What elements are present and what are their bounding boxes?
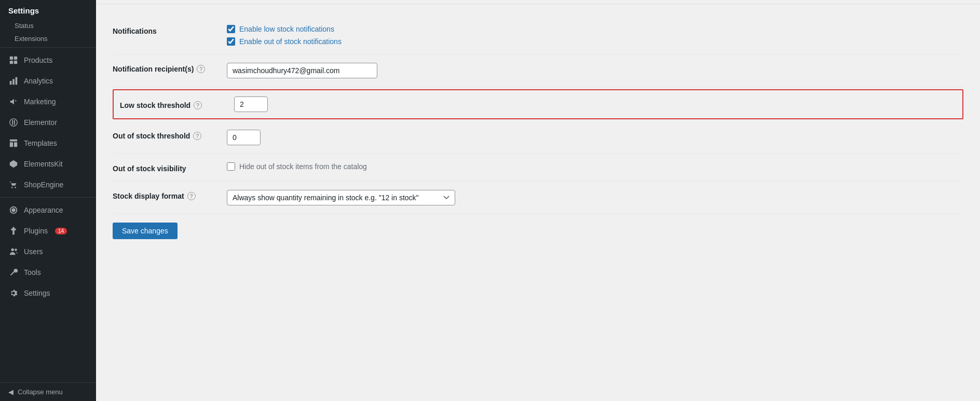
svg-rect-6: [16, 77, 18, 85]
svg-rect-3: [14, 61, 17, 64]
sidebar-item-marketing[interactable]: Marketing: [0, 91, 96, 112]
out-of-stock-visibility-label: Out of stock visibility: [113, 162, 227, 173]
sidebar-item-tools[interactable]: Tools: [0, 262, 96, 283]
out-of-stock-visibility-control: Hide out of stock items from the catalog: [227, 162, 963, 171]
plugins-icon: [8, 226, 19, 236]
sidebar-label-shopengine: ShopEngine: [24, 181, 63, 189]
svg-marker-13: [10, 160, 17, 168]
notifications-label: Notifications: [113, 25, 227, 35]
sidebar-label-templates: Templates: [24, 139, 57, 147]
sidebar-label-tools: Tools: [24, 268, 41, 276]
recipient-control: [227, 63, 963, 78]
out-of-stock-threshold-input[interactable]: [227, 130, 261, 145]
recipient-input[interactable]: [227, 63, 377, 78]
out-of-stock-visibility-row: Out of stock visibility Hide out of stoc…: [113, 154, 963, 182]
notifications-row: Notifications Enable low stock notificat…: [113, 17, 963, 54]
out-of-stock-threshold-label: Out of stock threshold ?: [113, 130, 227, 140]
svg-rect-2: [10, 61, 13, 64]
low-stock-threshold-row: Low stock threshold ?: [120, 96, 956, 112]
svg-rect-10: [10, 140, 17, 142]
sidebar-divider-2: [0, 197, 96, 198]
svg-rect-9: [14, 120, 15, 125]
out-of-stock-threshold-help-icon[interactable]: ?: [193, 132, 201, 140]
recipient-row: Notification recipient(s) ?: [113, 54, 963, 87]
sidebar-item-plugins[interactable]: Plugins 14: [0, 220, 96, 241]
svg-rect-0: [10, 57, 13, 60]
low-stock-threshold-label: Low stock threshold ?: [120, 99, 234, 109]
shopengine-icon: [8, 179, 19, 190]
sidebar-label-elementskit: ElementsKit: [24, 160, 63, 168]
stock-display-format-label: Stock display format ?: [113, 190, 227, 200]
svg-point-14: [11, 187, 13, 188]
sidebar-label-products: Products: [24, 56, 52, 64]
sidebar-divider: [0, 47, 96, 48]
stock-display-format-row: Stock display format ? Always show quant…: [113, 182, 963, 214]
sidebar-item-templates[interactable]: Templates: [0, 133, 96, 154]
sidebar-label-settings: Settings: [24, 289, 50, 297]
settings-content: Notifications Enable low stock notificat…: [96, 4, 980, 401]
low-stock-notifications-label: Enable low stock notifications: [239, 25, 334, 33]
sidebar-item-elementor[interactable]: Elementor: [0, 112, 96, 133]
sidebar-item-status[interactable]: Status: [0, 19, 96, 32]
low-stock-threshold-control: [234, 96, 956, 112]
low-stock-notifications-checkbox-label[interactable]: Enable low stock notifications: [227, 25, 963, 33]
plugins-badge: 14: [55, 228, 67, 234]
elementskit-icon: [8, 159, 19, 169]
low-stock-notifications-checkbox[interactable]: [227, 25, 235, 33]
save-button[interactable]: Save changes: [113, 223, 178, 239]
out-of-stock-visibility-checkbox-label[interactable]: Hide out of stock items from the catalog: [227, 162, 963, 171]
low-stock-threshold-highlighted: Low stock threshold ?: [113, 89, 963, 119]
low-stock-threshold-help-icon[interactable]: ?: [194, 101, 202, 109]
save-row: Save changes: [113, 214, 963, 239]
sidebar-item-extensions[interactable]: Extensions: [0, 32, 96, 45]
sidebar-label-analytics: Analytics: [24, 77, 53, 85]
sidebar-label-appearance: Appearance: [24, 206, 63, 214]
sidebar-label-plugins: Plugins: [24, 227, 48, 235]
sidebar-item-users[interactable]: Users: [0, 241, 96, 262]
main-content: Notifications Enable low stock notificat…: [96, 0, 980, 401]
svg-point-15: [15, 187, 16, 188]
sidebar-item-appearance[interactable]: Appearance: [0, 200, 96, 220]
svg-point-16: [11, 248, 14, 251]
svg-rect-12: [14, 142, 17, 147]
megaphone-icon: [8, 96, 19, 107]
out-of-stock-notifications-checkbox[interactable]: [227, 37, 235, 46]
svg-rect-4: [10, 81, 12, 85]
users-icon: [8, 246, 19, 257]
sidebar-item-analytics[interactable]: Analytics: [0, 71, 96, 91]
chart-icon: [8, 76, 19, 86]
low-stock-threshold-input[interactable]: [234, 96, 268, 112]
notifications-control: Enable low stock notifications Enable ou…: [227, 25, 963, 46]
appearance-icon: [8, 205, 19, 215]
svg-rect-8: [12, 120, 13, 125]
templates-icon: [8, 138, 19, 148]
out-of-stock-visibility-checkbox[interactable]: [227, 162, 235, 171]
stock-display-format-select[interactable]: Always show quantity remaining in stock …: [227, 190, 455, 205]
sidebar: Settings Status Extensions Products Anal…: [0, 0, 96, 401]
out-of-stock-notifications-checkbox-label[interactable]: Enable out of stock notifications: [227, 37, 963, 46]
stock-display-format-help-icon[interactable]: ?: [187, 192, 196, 200]
recipient-help-icon[interactable]: ?: [197, 65, 205, 73]
sidebar-header: Settings: [0, 0, 96, 19]
elementor-icon: [8, 117, 19, 128]
collapse-label: Collapse menu: [18, 388, 63, 396]
sidebar-item-settings[interactable]: Settings: [0, 283, 96, 303]
svg-point-17: [15, 248, 17, 251]
collapse-menu-button[interactable]: ◀ Collapse menu: [0, 382, 96, 401]
sidebar-item-shopengine[interactable]: ShopEngine: [0, 174, 96, 195]
sidebar-label-marketing: Marketing: [24, 98, 56, 106]
out-of-stock-threshold-control: [227, 130, 963, 145]
sidebar-label-users: Users: [24, 247, 43, 256]
tools-icon: [8, 267, 19, 278]
settings-icon: [8, 288, 19, 298]
grid-icon: [8, 55, 19, 65]
svg-rect-11: [10, 142, 13, 147]
sidebar-item-elementskit[interactable]: ElementsKit: [0, 154, 96, 174]
out-of-stock-threshold-row: Out of stock threshold ?: [113, 121, 963, 154]
svg-rect-1: [14, 57, 17, 60]
svg-point-7: [10, 119, 17, 126]
sidebar-item-products[interactable]: Products: [0, 50, 96, 71]
recipient-label: Notification recipient(s) ?: [113, 63, 227, 73]
sidebar-label-elementor: Elementor: [24, 118, 57, 127]
svg-rect-5: [12, 79, 15, 85]
